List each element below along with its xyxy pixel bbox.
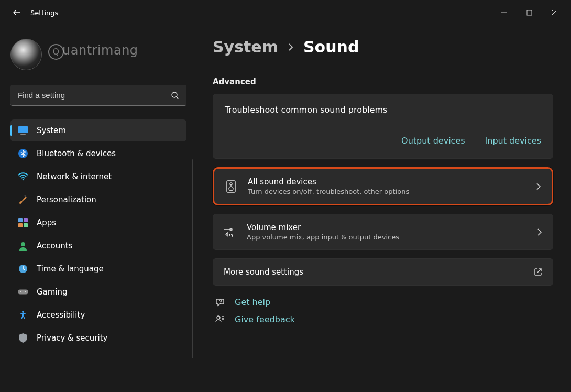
sidebar-item-accounts[interactable]: Accounts (10, 235, 186, 257)
minimize-button[interactable] (497, 5, 511, 20)
give-feedback-link[interactable]: Give feedback (235, 314, 295, 324)
sidebar-item-gaming[interactable]: Gaming (10, 281, 186, 303)
chevron-right-icon (536, 183, 541, 190)
maximize-button[interactable] (522, 5, 536, 20)
volume-mixer-row[interactable]: Volume mixer App volume mix, app input &… (213, 214, 553, 250)
svg-rect-2 (18, 126, 28, 133)
row-subtitle: Turn devices on/off, troubleshoot, other… (248, 188, 525, 195)
svg-rect-8 (18, 223, 23, 227)
svg-rect-9 (24, 223, 28, 227)
chevron-right-icon (288, 43, 294, 51)
back-button[interactable] (12, 7, 22, 18)
section-heading-advanced: Advanced (213, 77, 553, 86)
avatar (10, 39, 42, 70)
paintbrush-icon (18, 194, 28, 205)
accessibility-icon (18, 310, 28, 320)
output-devices-link[interactable]: Output devices (401, 136, 465, 146)
sidebar-item-privacy[interactable]: Privacy & security (10, 327, 186, 349)
svg-point-17 (230, 183, 232, 185)
sidebar-item-network[interactable]: Network & internet (10, 166, 186, 188)
svg-point-13 (20, 291, 21, 292)
svg-point-20 (217, 316, 220, 319)
sidebar-item-label: Personalization (37, 195, 96, 204)
feedback-icon (215, 315, 225, 324)
row-title: Volume mixer (247, 223, 526, 232)
input-devices-link[interactable]: Input devices (485, 136, 541, 146)
sidebar-item-system[interactable]: System (10, 119, 186, 141)
sidebar-item-label: Network & internet (37, 172, 112, 181)
search-input[interactable] (18, 91, 171, 100)
svg-point-15 (22, 311, 24, 313)
breadcrumb-parent[interactable]: System (213, 38, 278, 56)
row-title: More sound settings (224, 267, 523, 277)
get-help-link[interactable]: Get help (235, 297, 270, 307)
sidebar-item-apps[interactable]: Apps (10, 212, 186, 234)
svg-rect-12 (18, 289, 28, 294)
sidebar-item-label: Bluetooth & devices (37, 149, 116, 158)
sidebar-item-label: Time & language (37, 264, 104, 274)
gamepad-icon (18, 287, 28, 297)
troubleshoot-card: Troubleshoot common sound problems Outpu… (213, 94, 553, 159)
svg-point-1 (172, 92, 177, 97)
svg-point-5 (23, 179, 24, 181)
row-title: All sound devices (248, 177, 525, 187)
breadcrumb: System Sound (213, 38, 553, 56)
svg-rect-0 (527, 10, 532, 15)
sidebar-item-label: Accessibility (37, 310, 85, 320)
system-icon (18, 125, 28, 136)
mixer-icon (224, 227, 236, 237)
svg-point-10 (21, 242, 25, 246)
clock-globe-icon (18, 264, 28, 274)
speaker-box-icon (225, 180, 237, 193)
svg-point-19 (220, 303, 221, 303)
svg-point-18 (229, 187, 233, 191)
more-sound-settings-row[interactable]: More sound settings (213, 258, 553, 286)
sidebar-item-personalization[interactable]: Personalization (10, 189, 186, 211)
window-title: Settings (30, 9, 58, 17)
get-help-icon (215, 298, 225, 307)
search-icon (171, 91, 179, 100)
sidebar-item-label: System (37, 126, 66, 135)
wifi-icon (18, 171, 28, 182)
close-button[interactable] (547, 5, 562, 20)
svg-rect-6 (18, 218, 23, 222)
sidebar-item-label: Gaming (37, 287, 68, 297)
troubleshoot-title: Troubleshoot common sound problems (225, 105, 541, 115)
sidebar-item-accessibility[interactable]: Accessibility (10, 304, 186, 326)
row-subtitle: App volume mix, app input & output devic… (247, 233, 526, 241)
apps-icon (18, 217, 28, 228)
open-external-icon (534, 268, 542, 276)
search-box[interactable] (10, 85, 186, 106)
breadcrumb-current: Sound (303, 38, 359, 56)
shield-icon (18, 333, 28, 343)
sidebar-item-bluetooth[interactable]: Bluetooth & devices (10, 143, 186, 165)
profile-area[interactable]: Quantrimang (10, 39, 186, 70)
all-sound-devices-row[interactable]: All sound devices Turn devices on/off, t… (213, 167, 553, 205)
person-icon (18, 241, 28, 251)
sidebar-item-label: Apps (37, 218, 56, 227)
chevron-right-icon (537, 228, 542, 236)
sidebar-item-label: Accounts (37, 241, 72, 251)
svg-rect-7 (24, 218, 28, 222)
svg-rect-3 (20, 134, 26, 135)
svg-point-14 (25, 291, 26, 292)
sidebar-item-time-language[interactable]: Time & language (10, 258, 186, 280)
sidebar-item-label: Privacy & security (37, 333, 107, 343)
watermark-text: Quantrimang (48, 43, 138, 60)
bluetooth-icon (18, 148, 28, 159)
